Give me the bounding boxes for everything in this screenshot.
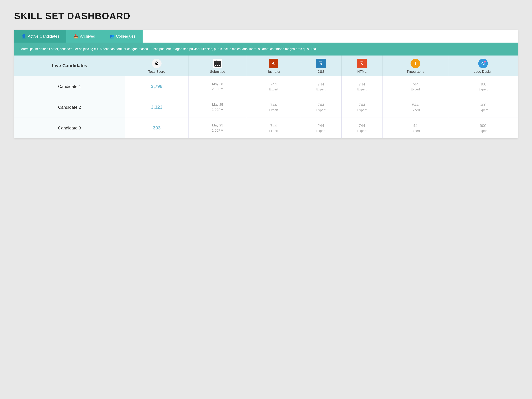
html-3: 744Expert	[341, 118, 382, 138]
col-header-logo-design: Logo Design	[448, 56, 518, 76]
col-header-html: HTML 5 HTML	[341, 56, 382, 76]
table-row: Candidate 2 3,323 May 252.00PM 744Expert…	[14, 97, 518, 118]
submitted-2: May 252.00PM	[189, 97, 247, 118]
col-header-illustrator: Ai illustrator	[247, 56, 300, 76]
tab-active-label: Active Candidates	[28, 34, 59, 39]
col-label-illustrator: illustrator	[249, 70, 299, 74]
candidate-name-3: Candidate 3	[14, 118, 125, 138]
person-icon: 👤	[21, 34, 26, 39]
ai-icon: Ai	[269, 59, 279, 68]
archive-icon: 📥	[73, 34, 78, 39]
typography-icon-container: T	[384, 59, 446, 68]
score-1: 3,796	[125, 76, 189, 97]
banner-text: Lorem ipsum dolor sit amet, consectetuer…	[19, 47, 317, 51]
col-label-submitted: Submitted	[190, 70, 245, 74]
candidates-table: Live Candidates ⚙ Total Score	[14, 56, 518, 138]
col-header-typography: T Typography	[382, 56, 448, 76]
css-3: 244Expert	[300, 118, 341, 138]
table-row: Candidate 1 3,796 May 252.00PM 744Expert…	[14, 76, 518, 97]
table-row: Candidate 3 303 May 252.00PM 744Expert 2…	[14, 118, 518, 138]
col-label-html: HTML	[343, 70, 380, 74]
candidate-name-1: Candidate 1	[14, 76, 125, 97]
css-2: 744Expert	[300, 97, 341, 118]
score-2: 3,323	[125, 97, 189, 118]
col-header-submitted: Submitted	[189, 56, 247, 76]
svg-rect-4	[215, 64, 216, 64]
css-icon-container: CSS 3	[302, 59, 339, 68]
typography-icon: T	[411, 59, 420, 68]
table-header-row: Live Candidates ⚙ Total Score	[14, 56, 518, 76]
svg-rect-6	[219, 64, 220, 64]
logo-design-icon	[478, 59, 488, 68]
tab-active-candidates[interactable]: 👤 Active Candidates	[14, 30, 66, 43]
html-icon: HTML 5	[357, 59, 367, 68]
css-1: 744Expert	[300, 76, 341, 97]
svg-rect-9	[219, 65, 220, 66]
score-3: 303	[125, 118, 189, 138]
col-label-css: CSS	[302, 70, 339, 74]
typography-3: 44Expert	[382, 118, 448, 138]
logo-design-1: 400Expert	[448, 76, 518, 97]
dashboard-container: 👤 Active Candidates 📥 Archived 👥 Colleag…	[14, 30, 518, 138]
tab-colleagues-label: Colleagues	[116, 34, 135, 39]
banner: Lorem ipsum dolor sit amet, consectetuer…	[14, 43, 518, 56]
group-icon: 👥	[109, 34, 114, 39]
submitted-3: May 252.00PM	[189, 118, 247, 138]
svg-rect-1	[214, 61, 221, 63]
section-label: Live Candidates	[14, 56, 125, 76]
calendar-icon-container	[190, 59, 245, 68]
candidate-name-2: Candidate 2	[14, 97, 125, 118]
table-body: Candidate 1 3,796 May 252.00PM 744Expert…	[14, 76, 518, 138]
svg-rect-7	[215, 65, 216, 66]
typography-2: 544Expert	[382, 97, 448, 118]
page-title: Skill Set Dashboard	[14, 11, 518, 21]
html-icon-container: HTML 5	[343, 59, 380, 68]
logo-design-3: 900Expert	[448, 118, 518, 138]
illustrator-3: 744Expert	[247, 118, 300, 138]
logo-design-2: 600Expert	[448, 97, 518, 118]
speedometer-icon-container: ⚙	[127, 59, 187, 68]
logo-icon-container	[450, 59, 516, 68]
svg-rect-8	[217, 65, 218, 66]
calendar-icon	[213, 59, 222, 68]
table-wrapper: Live Candidates ⚙ Total Score	[14, 56, 518, 138]
illustrator-2: 744Expert	[247, 97, 300, 118]
typography-1: 744Expert	[382, 76, 448, 97]
svg-rect-5	[217, 64, 218, 64]
html-1: 744Expert	[341, 76, 382, 97]
speedometer-icon: ⚙	[152, 59, 162, 68]
col-label-typography: Typography	[384, 70, 446, 74]
tabs-bar: 👤 Active Candidates 📥 Archived 👥 Colleag…	[14, 30, 518, 43]
ai-icon-container: Ai	[249, 59, 299, 68]
col-header-css: CSS 3 CSS	[300, 56, 341, 76]
css-icon: CSS 3	[316, 59, 326, 68]
col-label-logo-design: Logo Design	[450, 70, 516, 74]
html-2: 744Expert	[341, 97, 382, 118]
tab-colleagues[interactable]: 👥 Colleagues	[102, 30, 143, 43]
submitted-1: May 252.00PM	[189, 76, 247, 97]
col-label-total-score: Total Score	[127, 70, 187, 74]
tab-archived[interactable]: 📥 Archived	[66, 30, 102, 43]
tab-archived-label: Archived	[80, 34, 95, 39]
illustrator-1: 744Expert	[247, 76, 300, 97]
col-header-total-score: ⚙ Total Score	[125, 56, 189, 76]
